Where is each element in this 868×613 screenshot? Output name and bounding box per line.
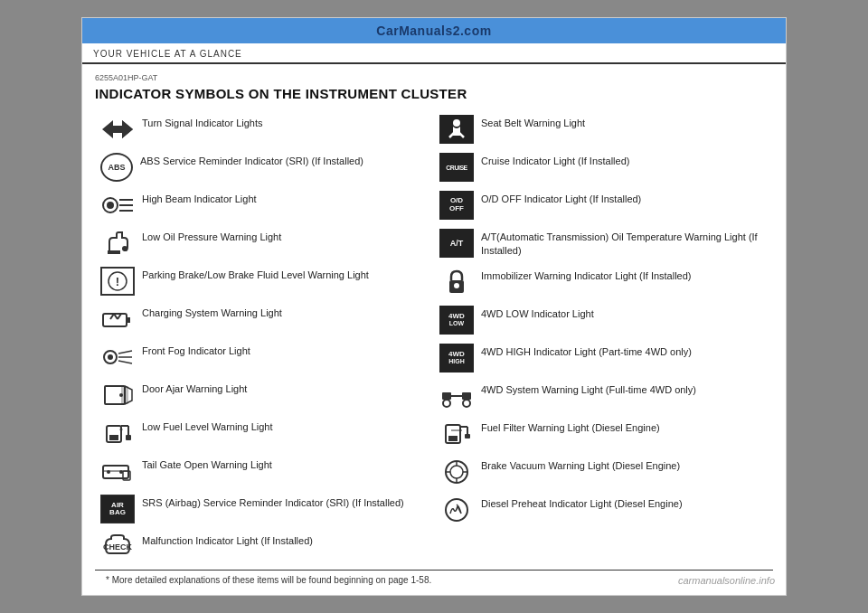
doc-id: 6255A01HP-GAT xyxy=(95,73,773,82)
left-column: Turn Signal Indicator Lights ABS ABS Ser… xyxy=(95,110,434,566)
cluster-title: INDICATOR SYMBOLS ON THE INSTRUMENT CLUS… xyxy=(95,86,773,101)
immobilizer-label: Immobilizer Warning Indicator Light (If … xyxy=(481,268,692,283)
4wd-system-label: 4WD System Warning Light (Full-time 4WD … xyxy=(481,382,696,397)
list-item: Charging System Warning Light xyxy=(95,300,434,338)
4wd-system-icon xyxy=(439,382,474,410)
4wd-low-icon: 4WD LOW xyxy=(439,306,474,335)
svg-rect-48 xyxy=(448,436,458,441)
list-item: Door Ajar Warning Light xyxy=(95,376,434,414)
abs-label: ABS Service Reminder Indicator (SRI) (If… xyxy=(140,153,363,168)
immobilizer-icon xyxy=(439,268,474,297)
malfunction-label: Malfunction Indicator Light (If Installe… xyxy=(142,533,313,548)
svg-rect-26 xyxy=(109,435,118,440)
list-item: ABS ABS Service Reminder Indicator (SRI)… xyxy=(95,148,434,186)
svg-point-46 xyxy=(463,400,470,407)
front-fog-icon xyxy=(100,343,135,372)
list-item: 4WD System Warning Light (Full-time 4WD … xyxy=(434,377,773,415)
footnote-text: * More detailed explanations of these it… xyxy=(106,575,431,585)
list-item: ! Parking Brake/Low Brake Fluid Level Wa… xyxy=(95,262,434,300)
charging-icon xyxy=(100,305,135,334)
cruise-icon: CRUISE xyxy=(439,153,474,182)
malfunction-icon: CHECK xyxy=(100,533,135,561)
list-item: Fuel Filter Warning Light (Diesel Engine… xyxy=(434,415,773,453)
seat-belt-icon xyxy=(439,115,474,144)
low-oil-label: Low Oil Pressure Warning Light xyxy=(142,229,281,244)
list-item: Brake Vacuum Warning Light (Diesel Engin… xyxy=(434,453,773,491)
low-oil-icon xyxy=(100,229,135,258)
list-item: Immobilizer Warning Indicator Light (If … xyxy=(434,263,773,301)
high-beam-icon xyxy=(100,191,135,220)
list-item: Front Fog Indicator Light xyxy=(95,338,434,376)
svg-rect-8 xyxy=(108,250,120,254)
airbag-icon: AIR BAG xyxy=(100,495,135,523)
indicators-grid: Turn Signal Indicator Lights ABS ABS Ser… xyxy=(95,110,773,566)
low-fuel-icon xyxy=(100,419,135,448)
brake-vacuum-icon xyxy=(439,457,474,486)
fuel-filter-label: Fuel Filter Warning Light (Diesel Engine… xyxy=(481,420,660,435)
list-item: Low Fuel Level Warning Light xyxy=(95,414,434,452)
svg-line-19 xyxy=(118,351,132,354)
list-item: AIR BAG SRS (Airbag) Service Reminder In… xyxy=(95,490,434,528)
charging-label: Charging System Warning Light xyxy=(142,305,282,320)
page-container: CarManuals2.com YOUR VEHICLE AT A GLANCE… xyxy=(81,17,787,596)
brake-vacuum-label: Brake Vacuum Warning Light (Diesel Engin… xyxy=(481,457,680,473)
parking-brake-label: Parking Brake/Low Brake Fluid Level Warn… xyxy=(142,267,369,282)
svg-text:CHECK: CHECK xyxy=(103,542,133,552)
diesel-preheat-label: Diesel Preheat Indicator Light (Diesel E… xyxy=(481,495,683,511)
tail-gate-icon xyxy=(100,457,135,486)
fuel-filter-icon xyxy=(439,420,474,448)
od-off-icon: O/D OFF xyxy=(439,191,474,220)
door-ajar-label: Door Ajar Warning Light xyxy=(142,381,247,396)
list-item: CHECK Malfunction Indicator Light (If In… xyxy=(95,528,434,566)
airbag-label: SRS (Airbag) Service Reminder Indicator … xyxy=(142,495,404,510)
list-item: 4WD HIGH 4WD HIGH Indicator Light (Part-… xyxy=(434,339,773,377)
4wd-high-icon: 4WD HIGH xyxy=(439,344,474,373)
svg-point-53 xyxy=(450,466,463,478)
list-item: High Beam Indicator Light xyxy=(95,186,434,224)
list-item: 4WD LOW 4WD LOW Indicator Light xyxy=(434,301,773,339)
4wd-low-label: 4WD LOW Indicator Light xyxy=(481,306,594,321)
svg-point-18 xyxy=(108,354,113,360)
abs-icon: ABS xyxy=(100,153,133,182)
list-item: Tail Gate Open Warning Light xyxy=(95,452,434,490)
svg-point-45 xyxy=(443,400,450,407)
svg-point-24 xyxy=(119,393,123,397)
section-header: YOUR VEHICLE AT A GLANCE xyxy=(82,43,786,64)
diesel-preheat-icon xyxy=(439,495,474,524)
4wd-high-label: 4WD HIGH Indicator Light (Part-time 4WD … xyxy=(481,344,692,359)
svg-point-4 xyxy=(107,202,114,209)
list-item: Diesel Preheat Indicator Light (Diesel E… xyxy=(434,491,773,529)
right-column: Seat Belt Warning Light CRUISE Cruise In… xyxy=(434,110,773,566)
at-temp-label: A/T(Automatic Transmission) Oil Temperat… xyxy=(481,229,768,259)
low-fuel-label: Low Fuel Level Warning Light xyxy=(142,419,273,434)
tail-gate-label: Tail Gate Open Warning Light xyxy=(142,457,272,472)
cruise-label: Cruise Indicator Light (If Installed) xyxy=(481,153,629,168)
list-item: Seat Belt Warning Light xyxy=(434,110,773,148)
svg-point-37 xyxy=(453,119,460,127)
svg-point-41 xyxy=(454,283,459,288)
seat-belt-label: Seat Belt Warning Light xyxy=(481,115,585,130)
svg-text:!: ! xyxy=(116,275,119,288)
main-content: 6255A01HP-GAT INDICATOR SYMBOLS ON THE I… xyxy=(82,64,786,595)
watermark: carmanualsonline.info xyxy=(678,575,775,586)
svg-rect-29 xyxy=(126,435,131,440)
list-item: Low Oil Pressure Warning Light xyxy=(95,224,434,262)
footnote: * More detailed explanations of these it… xyxy=(95,570,773,589)
high-beam-label: High Beam Indicator Light xyxy=(142,191,257,206)
turn-signal-label: Turn Signal Indicator Lights xyxy=(142,115,263,130)
list-item: CRUISE Cruise Indicator Light (If Instal… xyxy=(434,148,773,186)
front-fog-label: Front Fog Indicator Light xyxy=(142,343,250,358)
od-off-label: O/D OFF Indicator Light (If Installed) xyxy=(481,191,641,206)
svg-rect-42 xyxy=(442,392,451,400)
svg-rect-51 xyxy=(465,434,470,439)
at-temp-icon: A/T xyxy=(439,229,474,258)
list-item: A/T A/T(Automatic Transmission) Oil Temp… xyxy=(434,224,773,263)
top-banner: CarManuals2.com xyxy=(82,18,786,43)
door-ajar-icon xyxy=(100,381,135,410)
svg-line-21 xyxy=(118,361,132,363)
svg-rect-43 xyxy=(462,392,471,400)
svg-point-9 xyxy=(122,246,127,251)
list-item: Turn Signal Indicator Lights xyxy=(95,110,434,148)
section-header-text: YOUR VEHICLE AT A GLANCE xyxy=(93,49,242,59)
banner-text: CarManuals2.com xyxy=(376,24,491,38)
